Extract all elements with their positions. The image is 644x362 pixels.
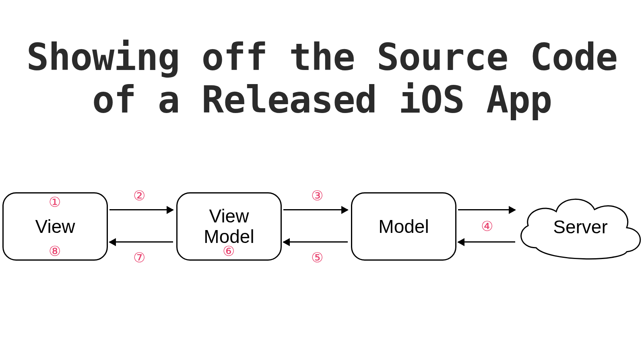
badge-5: ⑤ [309,249,325,265]
arrow-server-to-model [458,241,515,243]
arrow-model-to-server [458,209,515,210]
node-view-label: View [35,216,75,237]
arrow-model-to-vm [283,241,348,243]
badge-1: ① [47,194,63,210]
badge-6: ⑥ [221,243,237,259]
mvvm-diagram: View View Model Model Server ① ② ③ ④ ⑤ ⑥… [0,185,644,290]
badge-8: ⑧ [47,243,63,259]
badge-4: ④ [479,218,495,234]
arrow-vm-to-view [109,241,173,243]
badge-2: ② [131,187,147,204]
arrow-view-to-vm [109,209,173,210]
node-view-model-label: View Model [204,206,254,247]
node-model: Model [351,192,456,261]
arrow-vm-to-model [283,209,348,210]
badge-3: ③ [309,187,325,204]
slide-title: Showing off the Source Code of a Release… [0,36,644,121]
node-model-label: Model [378,216,429,237]
node-server-label: Server [553,216,607,238]
badge-7: ⑦ [131,249,147,265]
node-server: Server [512,187,644,266]
